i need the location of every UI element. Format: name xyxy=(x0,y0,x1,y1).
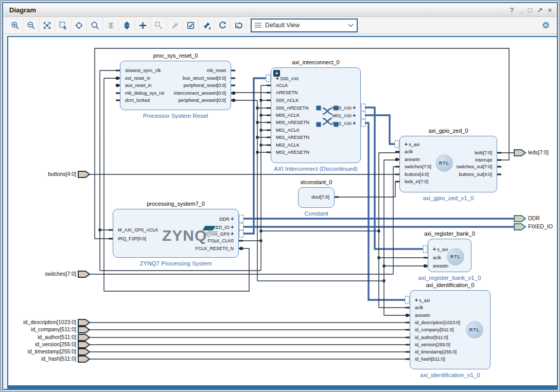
zoom-out-button[interactable] xyxy=(23,19,39,31)
expand-plus-icon[interactable]: + xyxy=(405,141,408,147)
pin-S00_ARESETN[interactable]: S00_ARESETN xyxy=(276,105,309,111)
block-proc_sys_reset_0[interactable]: proc_sys_reset_0Processor System Resetsl… xyxy=(120,61,231,110)
expand-plus-icon[interactable]: + xyxy=(433,246,436,252)
title-bar[interactable]: Diagram ? _ □ ↗ × xyxy=(3,3,557,17)
regenerate-layout-icon xyxy=(234,21,243,30)
pin-IRQ_F2P[0:0][interactable]: IRQ_F2P[0:0] xyxy=(118,236,146,242)
expand-plus-icon[interactable]: + xyxy=(353,105,356,111)
port-label-switches[7:0]: switches[7:0] xyxy=(3,271,76,277)
pin-s_axi[interactable]: + s_axi xyxy=(415,297,430,304)
pin-id_hash[511:0][interactable]: id_hash[511:0] xyxy=(415,357,445,362)
expand-plus-icon[interactable]: + xyxy=(231,224,234,230)
pin-id_description[1023:0][interactable]: id_description[1023:0] xyxy=(415,320,460,326)
float-icon[interactable]: ↗ xyxy=(537,7,543,13)
pin-M00_ACLK[interactable]: M00_ACLK xyxy=(276,113,300,118)
pin-aresetn[interactable]: aresetn xyxy=(405,157,420,163)
pin-M02_ACLK[interactable]: M02_ACLK xyxy=(276,142,300,148)
add-ip-plus-button[interactable] xyxy=(135,19,151,31)
pin-leds[7:0][interactable]: leds[7:0] xyxy=(475,150,492,156)
pin-ACLK[interactable]: ACLK xyxy=(276,83,288,88)
pin-peripheral_reset[0:0][interactable]: peripheral_reset[0:0] xyxy=(183,83,226,88)
pin-s_axi[interactable]: + s_axi xyxy=(433,246,448,253)
minimize-icon[interactable]: _ xyxy=(519,7,522,13)
pin-FCLK_CLK0[interactable]: FCLK_CLK0 xyxy=(207,238,234,244)
block-axi_identification_0[interactable]: axi_identification_0axi_identification_v… xyxy=(410,290,491,369)
pin-M_AXI_GP0_ACLK[interactable]: M_AXI_GP0_ACLK xyxy=(118,227,159,233)
block-axi_interconnect_0[interactable]: axi_interconnect_0AXI Interconnect (Disc… xyxy=(271,67,361,163)
regenerate-layout-button[interactable] xyxy=(231,19,247,31)
expand-plus-icon[interactable]: + xyxy=(353,120,356,126)
pin-ARESETN[interactable]: ARESETN xyxy=(276,90,298,96)
expand-block-icon[interactable]: + xyxy=(273,70,280,77)
pin-bus_struct_reset[0:0][interactable]: bus_struct_reset[0:0] xyxy=(183,76,226,81)
pin-buttons_out[4:0][interactable]: buttons_out[4:0] xyxy=(459,172,492,177)
pin-S00_ACLK[interactable]: S00_ACLK xyxy=(276,98,299,103)
pin-aux_reset_in[interactable]: aux_reset_in xyxy=(125,83,152,88)
expand-plus-icon[interactable]: + xyxy=(231,216,234,222)
pin-label: M_AXI_GP0_ACLK xyxy=(118,227,159,233)
pin-peripheral_aresetn[0:0][interactable]: peripheral_aresetn[0:0] xyxy=(178,98,226,103)
pin-buttons[4:0][interactable]: buttons[4:0] xyxy=(405,172,429,177)
pin-label: switches[7:0] xyxy=(405,164,431,169)
pin-label: peripheral_reset[0:0] xyxy=(183,83,226,88)
block-processing_system7_0[interactable]: processing_system7_0ZYNQ7 Processing Sys… xyxy=(113,209,239,258)
pin-id_author[511:0][interactable]: id_author[511:0] xyxy=(415,335,448,341)
view-selector-dropdown[interactable]: Default View xyxy=(251,19,358,32)
zoom-to-selection-button[interactable] xyxy=(55,19,71,31)
pin-interconnect_aresetn[0:0][interactable]: interconnect_aresetn[0:0] xyxy=(173,91,226,96)
maximize-icon[interactable]: □ xyxy=(528,7,532,13)
pin-M01_ACLK[interactable]: M01_ACLK xyxy=(276,128,300,133)
pin-slowest_sync_clk[interactable]: slowest_sync_clk xyxy=(125,68,161,74)
close-icon[interactable]: × xyxy=(548,7,552,13)
pin-aresetn[interactable]: aresetn xyxy=(433,263,448,269)
help-icon[interactable]: ? xyxy=(510,7,514,13)
block-xlconstant_0[interactable]: xlconstant_0Constantdout[7:0] xyxy=(298,187,335,208)
expand-hierarchy-button[interactable] xyxy=(119,19,135,31)
expand-plus-icon[interactable]: + xyxy=(415,297,418,303)
expand-plus-icon[interactable]: + xyxy=(231,231,234,237)
pin-button[interactable] xyxy=(199,19,215,31)
fit-selection-target-button[interactable] xyxy=(71,19,87,31)
make-external-button[interactable] xyxy=(151,19,167,31)
pin-id_company[511:0][interactable]: id_company[511:0] xyxy=(415,327,453,333)
pin-label: dout[7:0] xyxy=(311,194,329,200)
pin-id_timestamp[255:0][interactable]: id_timestamp[255:0] xyxy=(415,349,457,355)
pin-ext_reset_in[interactable]: ext_reset_in xyxy=(125,76,150,81)
pin-dcm_locked[interactable]: dcm_locked xyxy=(125,98,150,103)
zoom-fit-button[interactable] xyxy=(39,19,55,31)
settings-gear-icon[interactable]: ⚙ xyxy=(542,20,550,31)
pin-id_version[255:0][interactable]: id_version[255:0] xyxy=(415,342,450,348)
expand-plus-icon[interactable]: + xyxy=(353,113,356,118)
rtl-badge-icon: RTL xyxy=(466,321,483,338)
pin-aclk[interactable]: aclk xyxy=(433,255,441,261)
port-label-buttons[4:0]: buttons[4:0] xyxy=(3,171,76,177)
pin-switches[7:0][interactable]: switches[7:0] xyxy=(405,164,431,170)
pin-DDR[interactable]: DDR + xyxy=(219,216,234,222)
pin-aclk[interactable]: aclk xyxy=(415,305,423,311)
customize-wrench-button[interactable] xyxy=(167,19,183,31)
pin-switches_out[7:0][interactable]: switches_out[7:0] xyxy=(456,164,492,170)
fit-selection-target-icon xyxy=(75,21,83,30)
pin-M02_ARESETN[interactable]: M02_ARESETN xyxy=(276,150,309,155)
pin-aclk[interactable]: aclk xyxy=(405,149,413,155)
block-axi_gpio_zed_0[interactable]: axi_gpio_zed_0axi_gpio_zed_v1_0+ s_axiac… xyxy=(399,136,497,192)
search-button[interactable] xyxy=(87,19,103,31)
pin-leds_in[7:0][interactable]: leds_in[7:0] xyxy=(405,179,428,185)
pin-M01_ARESETN[interactable]: M01_ARESETN xyxy=(276,135,309,140)
pin-mb_reset[interactable]: mb_reset xyxy=(206,68,226,74)
pin-aresetn[interactable]: aresetn xyxy=(415,313,430,318)
zoom-in-button[interactable] xyxy=(7,19,23,31)
pin-label: aclk xyxy=(433,255,441,260)
pin-dout[7:0][interactable]: dout[7:0] xyxy=(311,194,329,200)
pin-FCLK_RESET0_N[interactable]: FCLK_RESET0_N xyxy=(195,246,234,252)
pin-label: S00_ACLK xyxy=(276,98,299,103)
block-axi_register_bank_0[interactable]: axi_register_bank_0axi_register_bank_v1_… xyxy=(428,239,471,272)
pin-s_axi[interactable]: + s_axi xyxy=(405,141,419,148)
collapse-hierarchy-button[interactable] xyxy=(103,19,119,31)
pin-mb_debug_sys_rst[interactable]: mb_debug_sys_rst xyxy=(125,91,164,96)
pin-M00_ARESETN[interactable]: M00_ARESETN xyxy=(276,120,309,126)
chevron-down-icon xyxy=(348,23,354,27)
validate-design-button[interactable] xyxy=(183,19,199,31)
pin-interrupt[interactable]: interrupt xyxy=(475,157,492,163)
refresh-button[interactable] xyxy=(215,19,231,31)
